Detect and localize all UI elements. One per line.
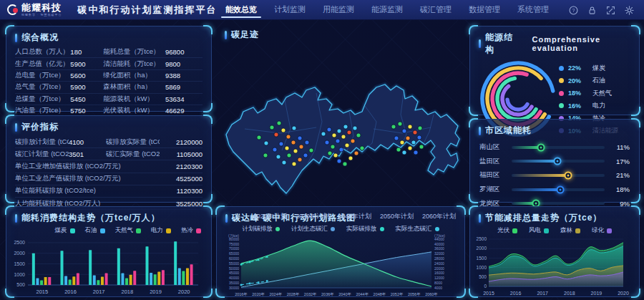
district-slider-track[interactable] — [512, 160, 605, 163]
settings-icon[interactable] — [625, 5, 634, 14]
footprint-dot[interactable] — [353, 126, 357, 130]
district-slider-knob[interactable] — [556, 185, 564, 193]
bar-电力-2016[interactable] — [72, 276, 75, 285]
plan-button-2030年计划[interactable]: 2030年计划 — [296, 212, 329, 221]
footprint-dot[interactable] — [411, 140, 416, 145]
footprint-dot[interactable] — [299, 145, 303, 149]
footprint-dot[interactable] — [343, 125, 348, 129]
legend-item-绿化[interactable]: 绿化 — [592, 226, 612, 235]
footprint-dot[interactable] — [309, 148, 313, 153]
legend-item-实际生态碳汇[interactable]: 实际生态碳汇 — [396, 225, 439, 233]
bar-热冷-2020[interactable] — [190, 264, 193, 285]
footprint-dot[interactable] — [285, 146, 289, 150]
plan-button-2040年计划[interactable]: 2040年计划 — [338, 212, 371, 221]
footprint-dot[interactable] — [414, 150, 418, 155]
bar-煤炭-2019[interactable] — [146, 246, 149, 285]
footprint-dot[interactable] — [328, 151, 332, 155]
bar-天然气-2017[interactable] — [97, 280, 99, 285]
footprint-dot[interactable] — [293, 149, 298, 153]
footprint-dot[interactable] — [408, 125, 412, 129]
bar-煤炭-2018[interactable] — [117, 248, 120, 285]
footprint-dot[interactable] — [337, 159, 341, 163]
footprint-dot[interactable] — [286, 135, 291, 139]
energy-legend-天然气[interactable]: 18%天然气 — [559, 89, 635, 98]
legend-item-计划生态碳汇[interactable]: 计划生态碳汇 — [291, 225, 335, 233]
footprint-dot[interactable] — [351, 139, 355, 143]
footprint-dot[interactable] — [274, 132, 278, 137]
footprint-dot[interactable] — [331, 145, 335, 149]
district-slider-track[interactable] — [512, 146, 605, 149]
tab-能效总览[interactable]: 能效总览 — [224, 0, 258, 19]
district-slider-track[interactable] — [512, 174, 605, 177]
footprint-dot[interactable] — [279, 142, 283, 146]
footprint-dot[interactable] — [348, 156, 353, 160]
bar-热冷-2016[interactable] — [77, 273, 79, 285]
footprint-dot[interactable] — [343, 162, 347, 166]
bar-天然气-2015[interactable] — [40, 281, 43, 285]
footprint-dot[interactable] — [292, 162, 296, 166]
legend-item-光伏[interactable]: 光伏 — [497, 226, 517, 235]
footprint-dot[interactable] — [287, 153, 291, 158]
footprint-dot[interactable] — [282, 160, 286, 165]
bar-煤炭-2016[interactable] — [61, 251, 64, 285]
footprint-dot[interactable] — [291, 140, 296, 145]
bar-煤炭-2020[interactable] — [174, 241, 177, 285]
district-slider-knob[interactable] — [565, 171, 572, 179]
bar-天然气-2018[interactable] — [125, 279, 128, 285]
bar-石油-2016[interactable] — [64, 276, 67, 285]
tab-系统管理[interactable]: 系统管理 — [516, 0, 550, 19]
bar-石油-2020[interactable] — [178, 268, 181, 285]
footprint-dot[interactable] — [337, 129, 341, 133]
footprint-dot[interactable] — [270, 125, 274, 130]
energy-legend-电力[interactable]: 16%电力 — [559, 101, 635, 110]
footprint-dot[interactable] — [347, 130, 351, 135]
footprint-dot[interactable] — [354, 151, 358, 155]
legend-item-热冷[interactable]: 热冷 — [181, 226, 201, 235]
footprint-dot[interactable] — [332, 133, 336, 137]
legend-item-森林[interactable]: 森林 — [560, 226, 580, 235]
footprint-dot[interactable] — [333, 153, 338, 158]
footprint-dot[interactable] — [281, 128, 286, 132]
footprint-dot[interactable] — [398, 122, 402, 126]
bar-石油-2017[interactable] — [93, 275, 96, 285]
footprint-dot[interactable] — [336, 139, 340, 143]
footprint-dot[interactable] — [419, 145, 424, 149]
footprint-dot[interactable] — [345, 143, 349, 147]
legend-item-电力[interactable]: 电力 — [151, 226, 171, 235]
legend-item-风电[interactable]: 风电 — [529, 226, 549, 235]
bar-电力-2018[interactable] — [130, 275, 132, 285]
footprint-dot[interactable] — [394, 136, 399, 140]
footprint-dot[interactable] — [263, 153, 268, 158]
bar-天然气-2019[interactable] — [154, 274, 157, 285]
footprint-dot[interactable] — [277, 121, 281, 125]
footprint-dot[interactable] — [413, 130, 417, 135]
footprint-dot[interactable] — [406, 136, 410, 140]
legend-item-煤炭[interactable]: 煤炭 — [55, 226, 75, 235]
bar-天然气-2020[interactable] — [182, 271, 185, 285]
footprint-dot[interactable] — [356, 133, 361, 137]
lock-icon[interactable] — [587, 5, 597, 14]
footprint-dot[interactable] — [298, 158, 302, 162]
footprint-dot[interactable] — [418, 126, 422, 130]
district-slider-knob[interactable] — [554, 158, 562, 165]
plan-button-2060年计划[interactable]: 2060年计划 — [422, 212, 456, 221]
district-slider-knob[interactable] — [537, 143, 545, 151]
bar-热冷-2018[interactable] — [133, 271, 136, 285]
plan-button-2050年计划[interactable]: 2050年计划 — [380, 212, 414, 221]
bar-热冷-2019[interactable] — [162, 270, 165, 285]
bar-电力-2015[interactable] — [44, 277, 47, 285]
footprint-dot[interactable] — [417, 135, 421, 140]
bar-电力-2017[interactable] — [101, 276, 104, 285]
energy-legend-石油[interactable]: 20%石油 — [559, 76, 635, 85]
footprint-dot[interactable] — [391, 125, 396, 129]
bar-煤炭-2015[interactable] — [32, 253, 35, 285]
footprint-dot[interactable] — [276, 155, 280, 159]
tab-碳汇管理[interactable]: 碳汇管理 — [419, 0, 453, 19]
plan-button-2025年计划[interactable]: 2025年计划 — [253, 212, 287, 221]
district-slider-track[interactable] — [512, 188, 605, 191]
bar-电力-2019[interactable] — [157, 271, 160, 285]
footprint-dot[interactable] — [305, 140, 309, 145]
footprint-dot[interactable] — [321, 132, 326, 136]
bar-天然气-2016[interactable] — [69, 280, 72, 285]
bar-热冷-2017[interactable] — [105, 273, 108, 285]
